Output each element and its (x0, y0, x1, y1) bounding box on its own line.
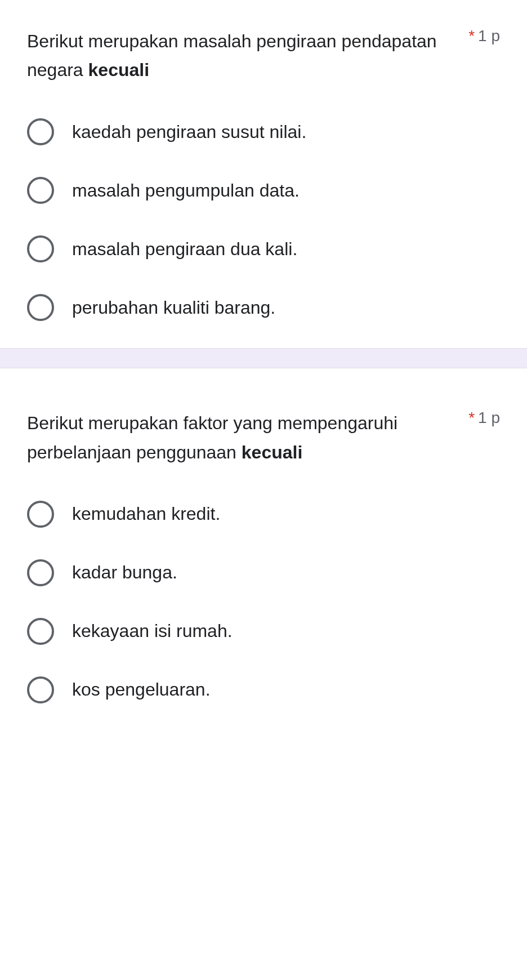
option-row[interactable]: kekayaan isi rumah. (27, 618, 500, 645)
points-text: 1 p (478, 27, 500, 45)
question-card-2: Berikut merupakan faktor yang mempengaru… (0, 368, 527, 730)
radio-icon[interactable] (27, 676, 54, 703)
options-list: kemudahan kredit. kadar bunga. kekayaan … (27, 501, 500, 703)
radio-icon[interactable] (27, 501, 54, 528)
question-text-bold: kecuali (88, 60, 150, 80)
option-label: kemudahan kredit. (72, 501, 220, 527)
option-label: kaedah pengiraan susut nilai. (72, 119, 306, 145)
question-text: Berikut merupakan faktor yang mempengaru… (27, 409, 455, 466)
radio-icon[interactable] (27, 618, 54, 645)
required-asterisk: * (468, 27, 475, 45)
radio-icon[interactable] (27, 235, 54, 262)
option-row[interactable]: perubahan kualiti barang. (27, 294, 500, 321)
option-label: masalah pengumpulan data. (72, 178, 300, 203)
option-row[interactable]: kemudahan kredit. (27, 501, 500, 528)
radio-icon[interactable] (27, 118, 54, 145)
required-asterisk: * (468, 409, 475, 427)
option-label: kos pengeluaran. (72, 677, 211, 702)
radio-icon[interactable] (27, 177, 54, 204)
option-row[interactable]: kos pengeluaran. (27, 676, 500, 703)
option-row[interactable]: kadar bunga. (27, 559, 500, 586)
options-list: kaedah pengiraan susut nilai. masalah pe… (27, 118, 500, 321)
option-label: kekayaan isi rumah. (72, 618, 233, 644)
question-text: Berikut merupakan masalah pengiraan pend… (27, 27, 455, 84)
option-label: perubahan kualiti barang. (72, 295, 275, 320)
option-label: masalah pengiraan dua kali. (72, 237, 297, 262)
question-header: Berikut merupakan masalah pengiraan pend… (27, 27, 500, 84)
option-row[interactable]: masalah pengiraan dua kali. (27, 235, 500, 262)
radio-icon[interactable] (27, 294, 54, 321)
question-card-1: Berikut merupakan masalah pengiraan pend… (0, 0, 527, 348)
option-row[interactable]: masalah pengumpulan data. (27, 177, 500, 204)
points-label: * 1 p (468, 409, 500, 427)
radio-icon[interactable] (27, 559, 54, 586)
question-text-regular: Berikut merupakan faktor yang mempengaru… (27, 413, 398, 462)
points-text: 1 p (478, 409, 500, 427)
option-label: kadar bunga. (72, 560, 177, 585)
points-label: * 1 p (468, 27, 500, 45)
card-divider (0, 348, 527, 368)
option-row[interactable]: kaedah pengiraan susut nilai. (27, 118, 500, 145)
question-header: Berikut merupakan faktor yang mempengaru… (27, 409, 500, 466)
question-text-bold: kecuali (242, 442, 303, 462)
